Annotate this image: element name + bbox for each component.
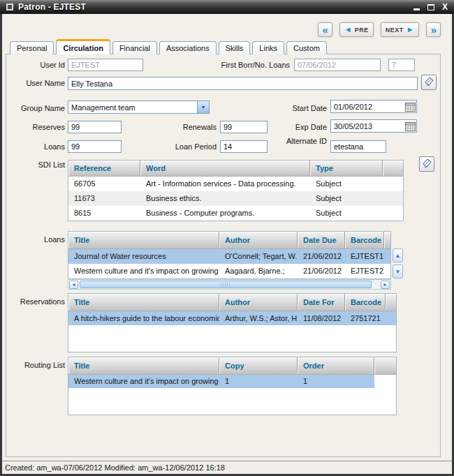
next-arrow-icon: ► [407, 26, 414, 34]
cell-barcode: 2751721 [345, 311, 386, 325]
column-header-order[interactable]: Order [298, 357, 374, 374]
cell-word: Business - Computer programs. [140, 206, 310, 221]
routing-header-row: Title Copy Order [68, 357, 396, 375]
scroll-right-icon[interactable]: ► [381, 281, 390, 289]
table-row[interactable]: Western culture and it's impact on growi… [68, 264, 390, 278]
renewals-field[interactable] [220, 121, 268, 133]
title-bar[interactable]: Patron - EJTEST X [0, 0, 454, 14]
record-nav: « ◄ PRE NEXT ► » [318, 22, 441, 37]
close-button[interactable]: X [442, 3, 448, 11]
alternate-id-field[interactable] [330, 140, 386, 153]
cell-word: Business ethics. [140, 191, 310, 206]
loans-table: Title Author Date Due Barcode Journal of… [68, 231, 391, 279]
minimize-button[interactable] [413, 8, 420, 10]
scroll-up-icon[interactable]: ▲ [393, 248, 403, 262]
loans-horizontal-scrollbar[interactable]: ◄ ► [68, 279, 391, 290]
exp-date-field[interactable]: 30/05/2013 [330, 119, 417, 133]
tab-skills[interactable]: Skills [219, 41, 251, 54]
cell-title: Western culture and it's impact on growi… [68, 264, 219, 278]
eraser-icon [424, 76, 434, 89]
loan-period-label: Loan Period [164, 142, 217, 151]
cell-word: Art - Information services - Data proces… [140, 177, 310, 191]
loans-count-field[interactable] [68, 140, 122, 153]
column-header-date-for[interactable]: Date For [298, 294, 345, 311]
cell-spacer [383, 177, 403, 191]
routing-list-label: Routing List [10, 361, 65, 369]
chevron-down-icon[interactable]: ▼ [197, 101, 209, 113]
cell-reference: 11673 [68, 191, 140, 206]
column-header-type[interactable]: Type [310, 161, 383, 176]
cell-date-due: 21/06/2012 [298, 249, 345, 264]
tab-custom[interactable]: Custom [286, 41, 327, 54]
column-header-word[interactable]: Word [140, 161, 310, 176]
num-loans-field[interactable] [388, 59, 415, 71]
column-header-spacer [386, 294, 396, 311]
column-header-barcode[interactable]: Barcode [345, 232, 384, 248]
cell-spacer [384, 249, 390, 264]
user-id-label: User Id [14, 61, 65, 69]
tab-circulation[interactable]: Circulation [56, 39, 110, 54]
cell-type: Subject [310, 177, 383, 191]
previous-record-button[interactable]: ◄ PRE [339, 22, 374, 37]
user-name-field[interactable] [68, 77, 418, 90]
cell-order: 1 [298, 375, 374, 388]
eraser-icon [422, 158, 432, 170]
next-record-button[interactable]: NEXT ► [381, 22, 419, 37]
calendar-icon[interactable] [404, 101, 416, 112]
group-name-select[interactable]: Management team ▼ [68, 101, 210, 114]
cell-title: A hitch-hikers guide to the labour econo… [68, 311, 219, 325]
cell-author: O'Connell; Tegart, W. [219, 249, 298, 264]
scrollbar-thumb[interactable] [80, 281, 372, 288]
exp-date-value: 30/05/2013 [331, 122, 404, 131]
window-controls: X [413, 3, 448, 11]
column-header-title[interactable]: Title [68, 294, 219, 311]
window-title: Patron - EJTEST [18, 2, 86, 12]
first-record-icon: « [323, 24, 328, 35]
last-record-button[interactable]: » [426, 22, 441, 37]
clear-sdi-button[interactable] [419, 156, 434, 172]
table-row[interactable]: 11673 Business ethics. Subject [68, 191, 403, 206]
clear-user-name-button[interactable] [421, 75, 437, 90]
cell-type: Subject [310, 206, 383, 221]
scroll-left-icon[interactable]: ◄ [69, 281, 78, 289]
column-header-copy[interactable]: Copy [219, 357, 298, 374]
loan-period-field[interactable] [220, 140, 268, 153]
table-row-selected[interactable]: A hitch-hikers guide to the labour econo… [68, 311, 396, 325]
tab-associations[interactable]: Associations [159, 41, 217, 54]
table-row[interactable]: 66705 Art - Information services - Data … [68, 177, 403, 191]
column-header-author[interactable]: Author [219, 294, 298, 311]
reserves-field[interactable] [68, 121, 122, 133]
reservations-table: Title Author Date For Barcode A hitch-hi… [68, 293, 397, 352]
cell-copy: 1 [219, 375, 298, 388]
calendar-icon[interactable] [404, 120, 416, 132]
column-header-reference[interactable]: Reference [68, 161, 140, 176]
tab-bar: Personal Circulation Financial Associati… [10, 39, 327, 54]
table-row-selected[interactable]: Western culture and it's impact on growi… [68, 375, 396, 388]
column-header-author[interactable]: Author [219, 232, 298, 248]
first-record-button[interactable]: « [318, 22, 332, 37]
cell-type: Subject [310, 191, 383, 206]
start-date-field[interactable]: 01/06/2012 [330, 100, 417, 113]
column-header-barcode[interactable]: Barcode [345, 294, 386, 311]
first-borr-date-field[interactable] [294, 59, 381, 71]
cell-title: Western culture and it's impact on growi… [68, 375, 219, 388]
cell-spacer [386, 311, 396, 325]
last-record-icon: » [431, 24, 436, 35]
table-row[interactable]: 8615 Business - Computer programs. Subje… [68, 206, 403, 221]
tab-financial[interactable]: Financial [112, 41, 157, 54]
first-borr-label: First Borr/No. Loans [178, 61, 290, 69]
maximize-button[interactable] [427, 4, 434, 10]
column-header-title[interactable]: Title [68, 357, 219, 374]
user-id-field[interactable] [68, 59, 143, 71]
table-row-selected[interactable]: Journal of Water resources O'Connell; Te… [68, 249, 390, 264]
start-date-value: 01/06/2012 [331, 103, 404, 111]
loans-vertical-scrollbar[interactable]: ▲ ▼ [393, 248, 404, 278]
scroll-down-icon[interactable]: ▼ [393, 265, 403, 278]
sdi-header-row: Reference Word Type [68, 161, 403, 177]
tab-personal[interactable]: Personal [10, 41, 54, 54]
status-text: Created: am_wa-07/06/2012 Modified: am_w… [5, 463, 225, 472]
column-header-date-due[interactable]: Date Due [298, 232, 345, 248]
tab-links[interactable]: Links [252, 41, 284, 54]
alternate-id-label: Alternate ID [285, 137, 327, 146]
column-header-title[interactable]: Title [68, 232, 219, 248]
